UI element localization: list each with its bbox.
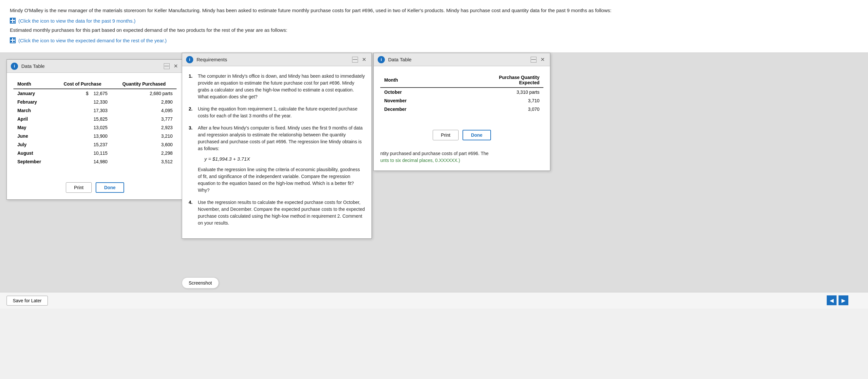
- print-button-3[interactable]: Print: [433, 130, 459, 140]
- dialog-footer-1: Print Done: [7, 179, 183, 199]
- col-qty: Quantity Purchased: [112, 79, 177, 89]
- data-link-1[interactable]: (Click the icon to view the data for the…: [10, 18, 858, 24]
- cell-month: February: [13, 98, 53, 106]
- cell-month: April: [13, 115, 53, 123]
- cell-qty: 2,890: [112, 98, 177, 106]
- req-number: 1.: [189, 73, 195, 100]
- data-link-2-text: (Click the icon to view the expected dem…: [18, 38, 167, 43]
- dialog-title-1: Data Table: [21, 63, 160, 69]
- cell-month: October: [380, 88, 443, 96]
- nav-next-button[interactable]: ▶: [839, 295, 848, 305]
- cell-cost: 12,330: [53, 98, 112, 106]
- main-description: Mindy O'Malley is the new manager of the…: [10, 6, 858, 14]
- req-extra-text: Evaluate the regression line using the c…: [198, 166, 365, 194]
- data-table-1: Month Cost of Purchase Quantity Purchase…: [13, 79, 177, 166]
- close-button-1[interactable]: ✕: [172, 62, 179, 70]
- screenshot-button[interactable]: Screenshot: [182, 278, 219, 289]
- dialog-body-2: 1.The computer in Mindy's office is down…: [182, 66, 371, 238]
- cell-cost: 14,980: [53, 157, 112, 166]
- info-icon-3: i: [378, 56, 385, 63]
- bottom-bar: Save for Later: [0, 292, 868, 309]
- cell-qty: 3,777: [112, 115, 177, 123]
- cell-qty: 3,512: [112, 157, 177, 166]
- cell-month: June: [13, 132, 53, 140]
- partial-text-2: unts to six decimal places, 0.XXXXXX.): [374, 157, 550, 164]
- dialog-footer-3: Print Done: [374, 126, 550, 147]
- req-text: The computer in Mindy's office is down, …: [198, 73, 365, 100]
- col-qty-expected: Purchase QuantityExpected: [443, 73, 544, 88]
- req-number: 4.: [189, 199, 195, 227]
- done-button-3[interactable]: Done: [463, 130, 491, 140]
- dialog-requirements: i Requirements — ✕ 1.The computer in Min…: [182, 53, 372, 239]
- req-text: Use the regression results to calculate …: [198, 199, 365, 227]
- dialog-title-2: Requirements: [196, 57, 349, 62]
- cell-qty-expected: 3,710: [443, 96, 544, 105]
- cell-month: September: [13, 157, 53, 166]
- table-row: August10,1152,298: [13, 149, 177, 157]
- list-item: 2.Using the equation from requirement 1,…: [189, 106, 365, 119]
- save-for-later-button[interactable]: Save for Later: [6, 296, 48, 305]
- close-button-3[interactable]: ✕: [539, 56, 546, 63]
- table-row: June13,9003,210: [13, 132, 177, 140]
- table-row: November3,710: [380, 96, 544, 105]
- cell-cost: 17,303: [53, 106, 112, 115]
- data-link-1-text: (Click the icon to view the data for the…: [18, 18, 135, 24]
- list-item: 1.The computer in Mindy's office is down…: [189, 73, 365, 100]
- table-row: May13,0252,923: [13, 123, 177, 132]
- demand-description: Estimated monthly purchases for this par…: [10, 26, 858, 34]
- minimize-button-3[interactable]: —: [531, 57, 536, 63]
- cell-qty-expected: 3,070: [443, 105, 544, 113]
- data-link-2[interactable]: (Click the icon to view the expected dem…: [10, 37, 858, 43]
- done-button-1[interactable]: Done: [96, 182, 124, 193]
- cell-qty: 3,600: [112, 140, 177, 149]
- col-month-3: Month: [380, 73, 443, 88]
- cell-qty: 2,923: [112, 123, 177, 132]
- cell-cost: 15,237: [53, 140, 112, 149]
- dialog-header-3: i Data Table — ✕: [374, 53, 550, 66]
- table-row: February12,3302,890: [13, 98, 177, 106]
- dialog-controls-2[interactable]: — ✕: [352, 56, 368, 63]
- req-number: 3.: [189, 124, 195, 194]
- cell-cost: 13,900: [53, 132, 112, 140]
- grid-icon-2: [10, 37, 16, 43]
- close-button-2[interactable]: ✕: [361, 56, 368, 63]
- col-month-1: Month: [13, 79, 53, 89]
- dialog-title-3: Data Table: [388, 57, 527, 62]
- cell-month: August: [13, 149, 53, 157]
- minimize-button-1[interactable]: —: [164, 63, 170, 69]
- cell-month: March: [13, 106, 53, 115]
- dialog-controls-1[interactable]: — ✕: [164, 62, 179, 70]
- dialog-data-table-2: i Data Table — ✕ Month Purchase Quantity…: [373, 53, 550, 171]
- cell-cost: 13,025: [53, 123, 112, 132]
- data-table-2: Month Purchase QuantityExpected October3…: [380, 73, 544, 113]
- cell-month: January: [13, 89, 53, 98]
- table-row: December3,070: [380, 105, 544, 113]
- formula: y = $1,994.3 + 3.71X: [198, 155, 365, 163]
- req-text: After a few hours Mindy's computer is fi…: [198, 124, 365, 194]
- main-content: Mindy O'Malley is the new manager of the…: [0, 0, 868, 53]
- cell-cost: 15,825: [53, 115, 112, 123]
- cell-month: December: [380, 105, 443, 113]
- req-text: Using the equation from requirement 1, c…: [198, 106, 365, 119]
- nav-arrows[interactable]: ◀ ▶: [827, 295, 848, 305]
- print-button-1[interactable]: Print: [66, 182, 92, 193]
- col-cost: Cost of Purchase: [53, 79, 112, 89]
- table-row: October3,310 parts: [380, 88, 544, 96]
- cell-month: November: [380, 96, 443, 105]
- cell-cost: 10,115: [53, 149, 112, 157]
- cell-qty: 3,210: [112, 132, 177, 140]
- dialog-data-table-1: i Data Table — ✕ Month Cost of Purchase …: [6, 59, 183, 200]
- info-icon-2: i: [186, 56, 193, 63]
- cell-month: May: [13, 123, 53, 132]
- table-row: March17,3034,095: [13, 106, 177, 115]
- cell-month: July: [13, 140, 53, 149]
- grid-icon-1: [10, 18, 16, 24]
- dialog-body-1: Month Cost of Purchase Quantity Purchase…: [7, 73, 183, 179]
- req-number: 2.: [189, 106, 195, 119]
- dialog-body-3: Month Purchase QuantityExpected October3…: [374, 66, 550, 126]
- cell-qty: 4,095: [112, 106, 177, 115]
- partial-text-1: ntity purchased and purchase costs of pa…: [374, 150, 550, 157]
- dialog-controls-3[interactable]: — ✕: [531, 56, 546, 63]
- minimize-button-2[interactable]: —: [352, 57, 358, 63]
- nav-prev-button[interactable]: ◀: [827, 295, 837, 305]
